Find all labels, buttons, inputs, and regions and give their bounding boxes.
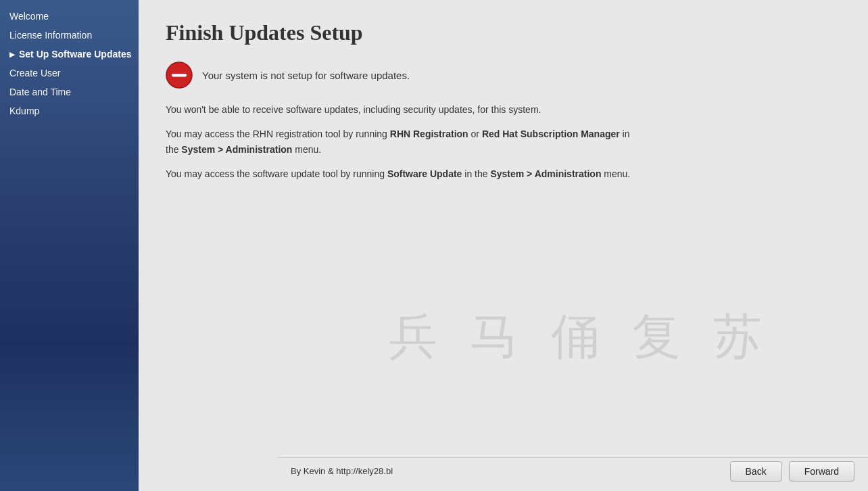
sidebar: Welcome License Information ▶ Set Up Sof…	[0, 0, 139, 491]
sidebar-item-welcome[interactable]: Welcome	[0, 7, 139, 26]
body-p3-bold2: System > Administration	[490, 168, 601, 179]
svg-rect-1	[172, 74, 187, 77]
body-p3-bold1: Software Update	[387, 168, 462, 179]
body-p3-mid: in the	[462, 168, 490, 179]
body-paragraph-2: You may access the RHN registration tool…	[166, 126, 639, 157]
bottom-bar: By Kevin & http://kely28.bl Back Forward	[277, 457, 868, 491]
page-title: Finish Updates Setup	[166, 20, 841, 45]
sidebar-item-date-and-time[interactable]: Date and Time	[0, 83, 139, 101]
watermark: 兵 马 俑 复 苏	[389, 304, 771, 369]
body-p3-prefix: You may access the software update tool …	[166, 168, 387, 179]
arrow-icon: ▶	[9, 51, 15, 58]
sidebar-item-set-up-software-updates[interactable]: ▶ Set Up Software Updates	[0, 45, 139, 64]
forward-button[interactable]: Forward	[789, 461, 854, 482]
bottom-credit: By Kevin & http://kely28.bl	[291, 466, 393, 476]
body-paragraph-1: You won't be able to receive software up…	[166, 102, 639, 117]
body-p2-mid1: or	[468, 128, 482, 139]
body-p2-prefix: You may access the RHN registration tool…	[166, 128, 390, 139]
sidebar-item-label: Date and Time	[9, 87, 71, 97]
body-text: You won't be able to receive software up…	[166, 102, 639, 191]
body-p2-bold3: System > Administration	[181, 144, 292, 155]
sidebar-item-label: Create User	[9, 68, 60, 78]
sidebar-item-label: License Information	[9, 30, 92, 41]
sidebar-item-label: Set Up Software Updates	[19, 49, 131, 60]
warning-row: Your system is not setup for software up…	[166, 62, 841, 89]
sidebar-item-label: Welcome	[9, 11, 49, 22]
warning-text: Your system is not setup for software up…	[202, 70, 410, 81]
body-p2-bold1: RHN Registration	[390, 128, 468, 139]
body-p3-suffix: menu.	[601, 168, 630, 179]
body-p2-bold2: Red Hat Subscription Manager	[482, 128, 620, 139]
sidebar-item-license-information[interactable]: License Information	[0, 26, 139, 45]
sidebar-item-create-user[interactable]: Create User	[0, 64, 139, 83]
warning-icon	[166, 62, 193, 89]
body-paragraph-3: You may access the software update tool …	[166, 166, 639, 181]
sidebar-item-label: Kdump	[9, 106, 39, 116]
content-area: Finish Updates Setup Your system is not …	[139, 0, 868, 491]
back-button[interactable]: Back	[730, 461, 782, 482]
sidebar-item-kdump[interactable]: Kdump	[0, 101, 139, 120]
body-p2-suffix: menu.	[292, 144, 321, 155]
bottom-buttons: Back Forward	[730, 461, 854, 482]
